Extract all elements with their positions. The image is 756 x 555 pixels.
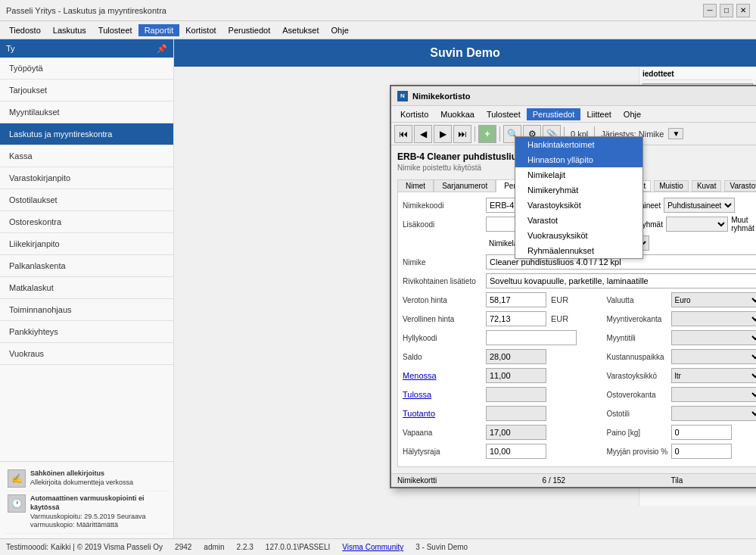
tuotanto-label: Tuotanto	[403, 409, 486, 418]
ostotili-label: Ostotili	[607, 410, 671, 418]
verkkokaupparyhmat-select[interactable]	[666, 217, 728, 232]
form-row-ostotili: Ostotili	[607, 405, 757, 422]
myyntiverokanta-select[interactable]	[671, 311, 757, 326]
minimize-button[interactable]: ─	[703, 4, 717, 17]
myyntitili-select[interactable]	[671, 330, 757, 345]
verollinen-input[interactable]	[486, 311, 546, 326]
sidebar-item-varasto[interactable]: Varastokirjanpito	[0, 167, 173, 189]
sidebar-item-kassa[interactable]: Kassa	[0, 145, 173, 167]
dropdown-ryhmaalen[interactable]: Ryhmäalennukset	[515, 243, 642, 258]
menu-raportit[interactable]: Raportit	[138, 24, 180, 36]
dialog-tila-label: Tila	[671, 476, 683, 485]
dropdown-nimikeryrymat[interactable]: Nimikeryhmät	[515, 182, 642, 198]
dropdown-nimikelajit[interactable]: Nimikelajit	[515, 167, 642, 182]
form-row-menossa: Menossa	[403, 367, 601, 384]
halytysraja-label: Hälytysraja	[403, 447, 486, 456]
sidebar-item-toiminnanohjaus[interactable]: Toiminnanohjaus	[0, 299, 173, 321]
verollinen-label: Verollinen hinta	[403, 315, 486, 323]
menu-asetukset[interactable]: Asetukset	[276, 24, 325, 36]
paino-input[interactable]	[671, 425, 732, 440]
nav-next-button[interactable]: ▶	[434, 125, 452, 143]
ostotili-select[interactable]	[671, 406, 757, 421]
provisio-input[interactable]	[671, 444, 732, 459]
status-server: 127.0.0.1\PASSELI	[266, 543, 330, 551]
dialog-title-icon: N	[397, 91, 408, 101]
menu-perustiedot[interactable]: Perustiedot	[222, 24, 277, 36]
hyllykoodi-input[interactable]	[486, 330, 577, 345]
rivikohtainen-input[interactable]	[486, 273, 756, 288]
menu-tiedosto[interactable]: Tiedosto	[3, 24, 47, 36]
dialog-page-info: 6 / 152	[543, 476, 566, 485]
community-link[interactable]: Visma Community	[342, 543, 403, 551]
maximize-button[interactable]: □	[720, 4, 733, 17]
menu-laskutus[interactable]: Laskutus	[47, 24, 92, 36]
window-title: Passeli Yritys - Laskutus ja myyntiresko…	[6, 6, 166, 15]
dialog-menu-ohje[interactable]: Ohje	[618, 108, 647, 120]
form-row-tulossa: Tulossa	[403, 386, 601, 403]
sidebar-item-matkalaskut[interactable]: Matkalaskut	[0, 277, 173, 299]
ostoverokanta-select[interactable]	[671, 387, 757, 402]
form-row-varastoyksikko: Varastoyksikkö ltr	[607, 367, 757, 384]
valuutta-select[interactable]: Euro	[671, 292, 757, 307]
form-row-hyllykoodi: Hyllykoodi	[403, 329, 601, 346]
close-button[interactable]: ✕	[736, 4, 750, 17]
nav-prev-button[interactable]: ◀	[414, 125, 432, 143]
form-row-saldo: Saldo	[403, 348, 601, 365]
product-title: ERB-4 Cleaner puhdistusliuos	[397, 151, 527, 162]
dropdown-hinnaston-yllapito[interactable]: Hinnaston ylläpito	[515, 152, 642, 167]
dialog-menu-kortisto[interactable]: Kortisto	[394, 108, 434, 120]
tab-sarjanumerot[interactable]: Sarjanumerot	[434, 179, 496, 192]
sidebar-item-palkanlaskenta[interactable]: Palkanlaskenta	[0, 255, 173, 277]
dialog-menu-perustiedot[interactable]: Perustiedot	[527, 108, 581, 120]
dialog-menu-liitteet[interactable]: Liitteet	[580, 108, 617, 120]
menu-kortistot[interactable]: Kortistot	[179, 24, 222, 36]
varastoyksikko-select[interactable]: ltr	[671, 368, 757, 383]
sub-tab-muistio[interactable]: Muistio	[654, 180, 689, 192]
dropdown-hankintakertoimet[interactable]: Hankintakertoimet	[515, 137, 642, 152]
dropdown-varastoyksiköt[interactable]: Varastoyksiköt	[515, 198, 642, 213]
myyntitili-label: Myyntitili	[607, 334, 671, 342]
menu-tulosteet[interactable]: Tulosteet	[92, 24, 138, 36]
dialog-menu-muokkaa[interactable]: Muokkaa	[434, 108, 481, 120]
kustannuspaikka-label: Kustannuspaikka	[607, 353, 671, 361]
sidebar-item-tyopoyta[interactable]: Työpöytä	[0, 58, 173, 80]
sidebar-item-ostotilaukset[interactable]: Ostotilaukset	[0, 189, 173, 211]
nav-last-button[interactable]: ⏭	[453, 125, 471, 143]
sort-dropdown-button[interactable]: ▼	[668, 128, 683, 139]
sidebar-footer-backup: 🕐 Automaattinen varmuuskopiointi ei käyt…	[5, 491, 169, 534]
add-button[interactable]: +	[478, 125, 496, 143]
puhdistusaineet-select[interactable]: Puhdistusaineet	[664, 198, 735, 213]
nav-first-button[interactable]: ⏮	[394, 125, 412, 143]
sidebar-item-laskutus[interactable]: Laskutus ja myyntireskontra	[0, 123, 173, 145]
kustannuspaikka-select[interactable]	[671, 349, 757, 364]
sidebar-item-myyntilaukset[interactable]: Myyntilaukset	[0, 101, 173, 123]
sidebar-pin-icon: 📌	[157, 44, 167, 54]
tulossa-label: Tulossa	[403, 390, 486, 399]
sidebar-item-pankkiyhteys[interactable]: Pankkiyhteys	[0, 321, 173, 343]
toolbar-sep1	[474, 126, 475, 142]
dialog-menu-tulosteet[interactable]: Tulosteet	[481, 108, 527, 120]
sidebar-item-liikekirjanpito[interactable]: Liikekirjanpito	[0, 233, 173, 255]
rivikohtainen-label: Rivikohtainen lisätieto	[403, 277, 486, 285]
sidebar-item-vuokraus[interactable]: Vuokraus	[0, 343, 173, 365]
dropdown-vuokrausyksiköt[interactable]: Vuokrausyksiköt	[515, 228, 642, 243]
dropdown-varastot[interactable]: Varastot	[515, 213, 642, 228]
sub-tab-kuvat[interactable]: Kuvat	[692, 180, 722, 192]
halytysraja-input[interactable]	[486, 444, 546, 459]
sidebar-item-ostoreskontra[interactable]: Ostoreskontra	[0, 211, 173, 233]
tab-nimet[interactable]: Nimet	[397, 179, 434, 192]
main-menu-bar: Tiedosto Laskutus Tulosteet Raportit Kor…	[0, 21, 756, 39]
nimikekoodi-label: Nimikekoodi	[403, 201, 486, 210]
varastoyksikko-label: Varastoyksikkö	[607, 372, 671, 380]
title-bar: Passeli Yritys - Laskutus ja myyntiresko…	[0, 0, 756, 21]
sidebar-footer: ✍ Sähköinen allekirjoitus Allekirjoita d…	[0, 461, 173, 538]
window-controls: ─ □ ✕	[703, 4, 750, 17]
backup-icon: 🕐	[8, 494, 26, 513]
menu-ohje[interactable]: Ohje	[325, 24, 355, 36]
veroton-input[interactable]	[486, 292, 546, 307]
sub-tab-varastot[interactable]: Varastot	[724, 180, 756, 192]
sidebar-item-tarjoukset[interactable]: Tarjoukset	[0, 80, 173, 101]
menossa-label: Menossa	[403, 371, 486, 380]
sidebar: Ty 📌 Työpöytä Tarjoukset Myyntilaukset L…	[0, 39, 174, 538]
ostoverokanta-label: Ostoverokanta	[607, 391, 671, 399]
